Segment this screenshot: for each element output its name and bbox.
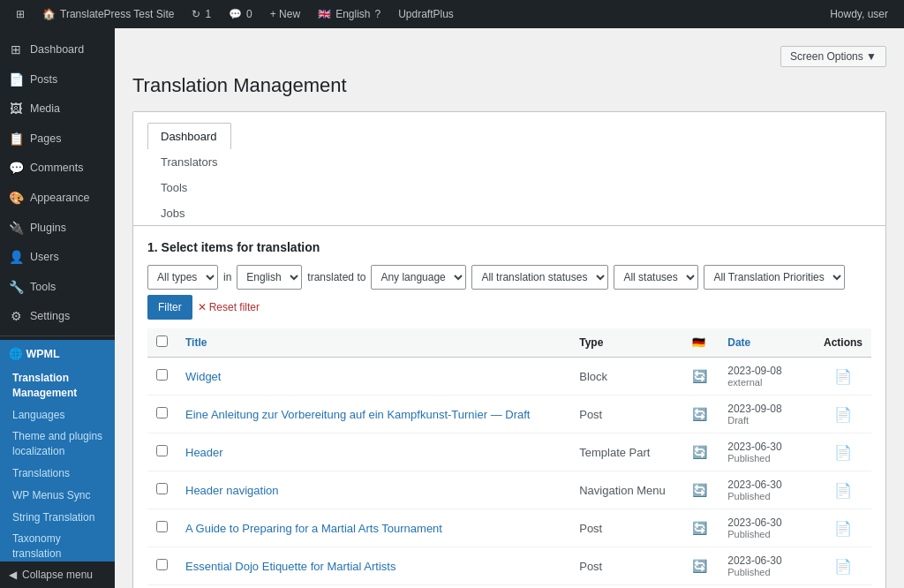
translated-to-label: translated to (307, 271, 365, 283)
translate-action-6[interactable]: 📄 (834, 559, 852, 574)
row-checkbox-2[interactable] (156, 407, 168, 418)
row-type-2: Post (570, 396, 683, 433)
new-item-bar[interactable]: + New (261, 0, 309, 28)
language-flag: 🇬🇧 (318, 8, 331, 20)
sidebar-item-appearance[interactable]: 🎨 Appearance (0, 184, 115, 214)
type-filter[interactable]: All types (147, 265, 218, 290)
wpml-label: WPML (26, 348, 59, 360)
updraftplus-bar[interactable]: UpdraftPlus (389, 0, 463, 28)
translate-action-1[interactable]: 📄 (834, 369, 852, 384)
table-row: Eine Anleitung zur Vorbereitung auf ein … (147, 396, 871, 433)
wpml-item-taxonomy-translation[interactable]: Taxonomy translation (0, 528, 115, 565)
row-title-1[interactable]: Widget (177, 358, 570, 396)
language-filter[interactable]: English (237, 265, 302, 290)
sidebar-item-users[interactable]: 👤 Users (0, 243, 115, 273)
row-checkbox-cell (147, 358, 177, 396)
row-type-1: Block (570, 358, 683, 396)
filter-button[interactable]: Filter (147, 295, 192, 320)
tab-jobs[interactable]: Jobs (147, 200, 231, 226)
sidebar-item-dashboard[interactable]: ⊞ Dashboard (0, 35, 115, 65)
date-header[interactable]: Date (719, 328, 815, 358)
translate-action-5[interactable]: 📄 (834, 521, 852, 536)
row-title-7[interactable]: The Perfect Tie: How to Tie Your Gi Belt (177, 585, 570, 589)
translate-action-3[interactable]: 📄 (834, 445, 852, 460)
wp-logo[interactable]: ⊞ (7, 0, 34, 28)
sidebar-item-pages[interactable]: 📋 Pages (0, 124, 115, 155)
row-checkbox-cell (147, 585, 177, 589)
select-all-checkbox[interactable] (156, 335, 168, 347)
flag-header: 🇩🇪 (683, 328, 719, 358)
reset-filter-label: Reset filter (209, 301, 260, 313)
screen-options-btn[interactable]: Screen Options ▼ (780, 46, 886, 67)
tab-tools[interactable]: Tools (147, 174, 231, 200)
row-date-4: 2023-06-30 Published (719, 471, 815, 509)
table-row: Header Template Part 🔄 2023-06-30 Publis… (147, 433, 871, 471)
row-title-2[interactable]: Eine Anleitung zur Vorbereitung auf ein … (177, 396, 570, 433)
row-title-5[interactable]: A Guide to Preparing for a Martial Arts … (177, 509, 570, 547)
wpml-item-string-translation[interactable]: String Translation (0, 507, 115, 529)
actions-header-label: Actions (824, 336, 863, 349)
any-language-filter[interactable]: Any language (371, 265, 466, 290)
row-checkbox-6[interactable] (156, 559, 168, 570)
row-translation-6: 🔄 (683, 547, 719, 585)
reset-filter-link[interactable]: ✕ Reset filter (198, 301, 260, 313)
row-title-4[interactable]: Header navigation (177, 471, 570, 509)
row-type-4: Navigation Menu (570, 471, 683, 509)
sidebar-item-plugins[interactable]: 🔌 Plugins (0, 214, 115, 244)
table-row: Essential Dojo Etiquette for Martial Art… (147, 547, 871, 585)
row-title-6[interactable]: Essential Dojo Etiquette for Martial Art… (177, 547, 570, 585)
wpml-item-translations[interactable]: Translations (0, 463, 115, 485)
sidebar-item-tools[interactable]: 🔧 Tools (0, 273, 115, 303)
dashboard-icon: ⊞ (9, 41, 23, 59)
wpml-section: 🌐 WPML Translation ManagementLanguagesTh… (0, 340, 115, 588)
sidebar-item-media[interactable]: 🖼 Media (0, 94, 115, 124)
help-icon: ? (374, 8, 380, 20)
updates-bar[interactable]: ↻ 1 (183, 0, 220, 28)
title-header[interactable]: Title (177, 328, 570, 358)
wpml-item-translation-management[interactable]: Translation Management (0, 367, 115, 404)
items-table: Title Type 🇩🇪 Date (147, 328, 871, 588)
table-row: A Guide to Preparing for a Martial Arts … (147, 509, 871, 547)
plugins-icon: 🔌 (9, 220, 23, 237)
collapse-menu-btn[interactable]: ◀ Collapse menu (0, 562, 115, 588)
row-checkbox-1[interactable] (156, 369, 168, 381)
sidebar-item-comments[interactable]: 💬 Comments (0, 154, 115, 184)
translate-status-icon: 🔄 (692, 407, 707, 421)
site-name-bar[interactable]: 🏠 TranslatePress Test Site (34, 0, 183, 28)
language-bar[interactable]: 🇬🇧 English ? (309, 0, 389, 28)
wpml-item-languages[interactable]: Languages (0, 404, 115, 426)
actions-header: Actions (815, 328, 871, 358)
tab-dashboard[interactable]: Dashboard (147, 123, 231, 149)
wpml-item-wp-menus-sync[interactable]: WP Menus Sync (0, 485, 115, 507)
translate-action-2[interactable]: 📄 (834, 407, 852, 422)
title-header-label: Title (185, 336, 207, 349)
row-title-3[interactable]: Header (177, 433, 570, 471)
row-actions-7: 📄 (815, 585, 871, 589)
row-checkbox-3[interactable] (156, 445, 168, 456)
table-row: Widget Block 🔄 2023-09-08 external 📄 (147, 358, 871, 396)
row-checkbox-5[interactable] (156, 521, 168, 532)
sidebar-label-posts: Posts (30, 72, 57, 88)
row-checkbox-4[interactable] (156, 483, 168, 494)
comments-bar[interactable]: 💬 0 (220, 0, 261, 28)
statuses-filter[interactable]: All statuses (614, 265, 698, 290)
priorities-filter[interactable]: All Translation Priorities (704, 265, 845, 290)
comments-icon: 💬 (229, 8, 242, 20)
table-row: The Perfect Tie: How to Tie Your Gi Belt… (147, 585, 871, 589)
howdy-text: Howdy, user (830, 8, 888, 20)
translation-status-filter[interactable]: All translation statuses (471, 265, 608, 290)
language-label: English (335, 8, 370, 20)
sidebar-item-settings[interactable]: ⚙ Settings (0, 302, 115, 332)
in-label: in (223, 271, 231, 283)
tab-translators[interactable]: Translators (147, 148, 231, 175)
site-icon: 🏠 (42, 8, 56, 20)
translate-action-4[interactable]: 📄 (834, 483, 852, 498)
reset-x-icon: ✕ (198, 301, 207, 313)
row-actions-4: 📄 (815, 471, 871, 509)
wpml-header[interactable]: 🌐 WPML (0, 340, 115, 367)
sidebar-item-posts[interactable]: 📄 Posts (0, 65, 115, 95)
tab-label-translators: Translators (161, 155, 218, 169)
wpml-item-theme-plugins[interactable]: Theme and plugins localization (0, 426, 115, 463)
tools-icon: 🔧 (9, 279, 23, 297)
updraftplus-label: UpdraftPlus (398, 8, 454, 20)
